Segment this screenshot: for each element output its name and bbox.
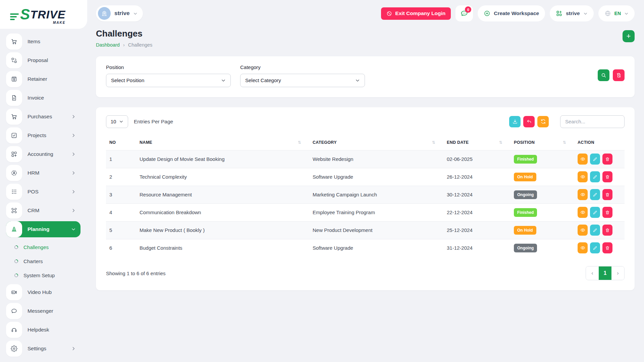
pagination-page-1-button[interactable]: 1 <box>599 266 611 280</box>
sidebar-item-settings[interactable]: Settings <box>6 341 80 357</box>
position-label: Position <box>106 64 231 70</box>
category-select[interactable]: Select Category <box>240 74 365 87</box>
sort-icon[interactable]: ⇅ <box>563 140 566 145</box>
delete-button[interactable] <box>602 225 612 236</box>
delete-button[interactable] <box>602 171 612 182</box>
cell-no: 6 <box>106 239 136 257</box>
sidebar-item-helpdesk[interactable]: Helpdesk <box>6 322 80 338</box>
add-challenge-button[interactable]: + <box>623 30 635 42</box>
edit-button[interactable] <box>590 207 600 218</box>
view-button[interactable] <box>578 154 588 165</box>
status-badge: Ongoing <box>514 244 537 252</box>
export-button[interactable] <box>509 116 521 127</box>
challenges-table: NO NAME⇅ CATEGORY⇅ END DATE⇅ POSITION⇅ A… <box>106 135 625 257</box>
edit-button[interactable] <box>590 171 600 182</box>
breadcrumb-separator: › <box>123 42 125 48</box>
entries-per-page-select[interactable]: 10 <box>106 115 128 128</box>
search-icon <box>601 72 606 78</box>
chevron-right-icon <box>71 152 76 157</box>
view-button[interactable] <box>578 207 588 218</box>
language-selector[interactable]: EN <box>598 5 635 21</box>
view-button[interactable] <box>578 242 588 253</box>
sidebar-subitem-label: Charters <box>23 258 43 264</box>
edit-button[interactable] <box>590 154 600 165</box>
sidebar-item-hrm[interactable]: HRM <box>6 165 80 181</box>
sidebar-item-label: Retainer <box>28 76 80 82</box>
sidebar-item-purchases[interactable]: Purchases <box>6 109 80 125</box>
view-button[interactable] <box>578 225 588 236</box>
category-select-value: Select Category <box>245 77 281 83</box>
sidebar-item-planning[interactable]: Planning <box>6 221 80 237</box>
undo-button[interactable] <box>523 116 535 127</box>
cart-icon <box>6 109 22 125</box>
position-select[interactable]: Select Position <box>106 74 231 87</box>
globe-icon <box>604 10 611 17</box>
cell-no: 1 <box>106 150 136 168</box>
sidebar-item-video-hub[interactable]: Video Hub <box>6 284 80 300</box>
user-circle-icon <box>6 165 22 181</box>
sidebar-item-messenger[interactable]: Messenger <box>6 303 80 319</box>
refresh-button[interactable] <box>537 116 549 127</box>
cell-end-date: 30-12-2024 <box>443 186 511 203</box>
sidebar-item-crm[interactable]: CRM <box>6 202 80 219</box>
sidebar-item-pos[interactable]: POS <box>6 184 80 200</box>
table-row: 4Communication BreakdownEmployee Trainin… <box>106 203 625 221</box>
cell-category: Software Upgrade <box>309 239 443 257</box>
chat-button[interactable]: 0 <box>455 5 473 21</box>
cell-category: Software Upgrade <box>309 168 443 186</box>
sort-icon[interactable]: ⇅ <box>432 140 435 145</box>
pagination-next-button[interactable]: › <box>611 266 624 280</box>
cell-action <box>574 186 625 203</box>
sidebar-item-retainer[interactable]: Retainer <box>6 71 80 87</box>
sidebar-item-projects[interactable]: Projects <box>6 127 80 143</box>
edit-button[interactable] <box>590 242 600 253</box>
table-row: 1Update Design of Movie Seat BookingWebs… <box>106 150 625 168</box>
save-icon <box>6 71 22 87</box>
cell-end-date: 22-12-2024 <box>443 203 511 221</box>
delete-button[interactable] <box>602 242 612 253</box>
app-logo[interactable]: S TRIVE MAKE <box>10 7 65 22</box>
sort-icon[interactable]: ⇅ <box>499 140 502 145</box>
sidebar-item-proposal[interactable]: Proposal <box>6 52 80 68</box>
cell-position: Finished <box>511 150 574 168</box>
cell-no: 3 <box>106 186 136 203</box>
view-button[interactable] <box>578 171 588 182</box>
delete-button[interactable] <box>602 154 612 165</box>
sidebar-item-label: Accounting <box>28 151 71 157</box>
document-icon <box>6 90 22 106</box>
column-header-action: ACTION <box>574 135 625 150</box>
cell-position: Ongoing <box>511 239 574 257</box>
sidebar-subitem-challenges[interactable]: Challenges <box>6 240 80 254</box>
create-workspace-button[interactable]: Create Workspace <box>478 5 545 21</box>
sort-icon[interactable]: ⇅ <box>298 140 301 145</box>
workspace-switcher[interactable]: strive <box>550 5 593 21</box>
breadcrumb-dashboard-link[interactable]: Dashboard <box>96 42 120 48</box>
cell-category: Employee Training Program <box>309 203 443 221</box>
breadcrumb-current: Challenges <box>128 42 153 48</box>
workspace-avatar <box>98 7 111 20</box>
edit-button[interactable] <box>590 189 600 200</box>
main-content: strive Exit Company Login 0 Create Works… <box>87 0 644 362</box>
sidebar-item-items[interactable]: Items <box>6 34 80 50</box>
status-badge: On Hold <box>514 173 536 181</box>
sidebar-item-invoice[interactable]: Invoice <box>6 90 80 106</box>
breadcrumb: Dashboard › Challenges <box>96 42 152 48</box>
clear-filter-button[interactable] <box>613 69 625 81</box>
column-header-position: POSITION⇅ <box>511 135 574 150</box>
filter-card: Position Select Position Category Select… <box>96 56 635 97</box>
delete-button[interactable] <box>602 207 612 218</box>
sidebar-subitem-system-setup[interactable]: System Setup <box>6 268 80 282</box>
edit-button[interactable] <box>590 225 600 236</box>
table-search-input[interactable] <box>560 115 625 128</box>
apply-filter-button[interactable] <box>598 69 609 81</box>
sidebar-item-accounting[interactable]: Accounting <box>6 146 80 162</box>
workspace-selector[interactable]: strive <box>96 5 143 21</box>
view-button[interactable] <box>578 189 588 200</box>
column-header-end-date: END DATE⇅ <box>443 135 511 150</box>
exit-company-login-button[interactable]: Exit Company Login <box>381 7 451 20</box>
pagination-prev-button[interactable]: ‹ <box>586 266 599 280</box>
chat-badge: 0 <box>465 6 471 13</box>
table-toolbar-actions <box>509 115 625 128</box>
sidebar-subitem-charters[interactable]: Charters <box>6 254 80 268</box>
delete-button[interactable] <box>602 189 612 200</box>
